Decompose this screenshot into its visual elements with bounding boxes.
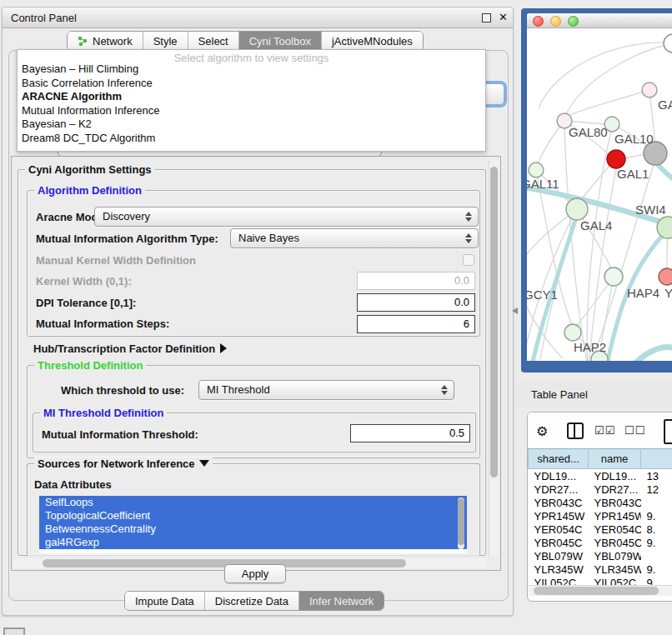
minimize-traffic-icon[interactable] bbox=[550, 16, 561, 27]
sources-title: Sources for Network Inference bbox=[38, 458, 195, 470]
tab-discretize-data[interactable]: Discretize Data bbox=[205, 592, 299, 610]
node-attribute-table[interactable]: shared...nameA YDL19...YDL19...13YDR27..… bbox=[528, 448, 672, 589]
tab-cyni-toolbox[interactable]: Cyni Toolbox bbox=[239, 32, 322, 51]
table-header-row[interactable]: shared...nameA bbox=[529, 449, 672, 469]
tab-select[interactable]: Select bbox=[188, 32, 239, 51]
pane-divider-arrow[interactable] bbox=[512, 308, 518, 314]
column-header[interactable]: A bbox=[641, 449, 672, 469]
apply-button[interactable]: Apply bbox=[224, 564, 286, 583]
which-threshold-select[interactable]: MI Threshold bbox=[198, 380, 454, 400]
settings-vertical-scrollbar[interactable] bbox=[489, 160, 499, 557]
network-node[interactable] bbox=[642, 82, 657, 98]
table-row[interactable]: YBR045CYBR045C9. bbox=[529, 536, 672, 549]
dropdown-option[interactable]: Bayesian – Hill Climbing bbox=[22, 62, 138, 75]
table-row[interactable]: YER054CYER054C8. bbox=[529, 522, 672, 536]
network-node[interactable] bbox=[529, 162, 544, 178]
node-label: GCY1 bbox=[527, 288, 558, 302]
threshold-definition-group: Threshold Definition Which threshold to … bbox=[27, 365, 480, 458]
column-header[interactable]: name bbox=[589, 449, 641, 469]
table-row[interactable]: YLR345WYLR345W9. bbox=[529, 562, 672, 576]
data-attributes-label: Data Attributes bbox=[34, 478, 112, 491]
algorithm-dropdown-list: Select algorithm to view settings Bayesi… bbox=[17, 49, 486, 152]
table-row[interactable]: YPR145WYPR145W9. bbox=[529, 509, 672, 522]
selected-value: Discovery bbox=[103, 210, 150, 222]
table-horizontal-scrollbar[interactable] bbox=[529, 585, 672, 596]
tab-label: jActiveMNodules bbox=[332, 35, 413, 48]
dropdown-option[interactable]: ARACNE Algorithm bbox=[22, 90, 122, 102]
table-cell: YDL19... bbox=[589, 469, 641, 483]
tab-network[interactable]: Network bbox=[68, 32, 143, 51]
group-title: MI Threshold Definition bbox=[40, 407, 167, 419]
aracne-mode-select[interactable]: Discovery bbox=[94, 207, 479, 227]
gear-icon[interactable]: ⚙ bbox=[536, 423, 548, 439]
mi-threshold-input[interactable]: 0.5 bbox=[350, 424, 470, 442]
table-cell: YDR27... bbox=[589, 482, 641, 496]
tab-style[interactable]: Style bbox=[143, 32, 188, 51]
algorithm-definition-group: Algorithm Definition Aracne Mode: Discov… bbox=[27, 190, 480, 337]
network-node[interactable] bbox=[664, 34, 672, 52]
float-window-icon[interactable] bbox=[482, 13, 491, 22]
columns-icon[interactable] bbox=[567, 422, 584, 439]
kernel-width-input[interactable]: 0.0 bbox=[357, 272, 475, 290]
collapsed-panel-icon[interactable] bbox=[3, 628, 25, 635]
manual-kernel-checkbox[interactable] bbox=[463, 254, 474, 266]
dropdown-option[interactable]: Mutual Information Inference bbox=[22, 104, 159, 117]
tab-jactivemnodules[interactable]: jActiveMNodules bbox=[322, 32, 423, 51]
tab-impute-data[interactable]: Impute Data bbox=[125, 592, 205, 610]
stepper-icon bbox=[465, 232, 472, 244]
dpi-tolerance-input[interactable]: 0.0 bbox=[357, 293, 475, 312]
close-traffic-icon[interactable] bbox=[533, 16, 544, 27]
hub-section-toggle[interactable]: Hub/Transcription Factor Definition bbox=[33, 342, 227, 355]
column-header[interactable]: shared... bbox=[529, 449, 589, 469]
table-cell: 13 bbox=[641, 469, 672, 483]
data-attributes-list[interactable]: SelfLoopsTopologicalCoefficientBetweenne… bbox=[39, 496, 467, 553]
network-node[interactable] bbox=[564, 324, 581, 341]
table-cell: YBR043C bbox=[529, 496, 589, 509]
table-cell: YBR045C bbox=[589, 536, 641, 549]
table-cell: 12 bbox=[641, 482, 672, 496]
network-node[interactable] bbox=[659, 268, 672, 285]
dropdown-option[interactable]: Bayesian – K2 bbox=[22, 118, 92, 130]
selected-value: MI Threshold bbox=[207, 383, 270, 396]
list-item[interactable]: BetweennessCentrality bbox=[39, 522, 467, 536]
tab-label: Discretize Data bbox=[215, 595, 288, 608]
table-row[interactable]: YDR27...YDR27...12 bbox=[529, 482, 672, 496]
network-canvas[interactable]: GALGAL80GAL10GAL1GAL11GAL4SWI4GCY1HAP4YH… bbox=[527, 28, 672, 361]
list-scrollbar[interactable] bbox=[458, 498, 464, 549]
mi-steps-input[interactable]: 6 bbox=[357, 315, 475, 333]
network-node[interactable] bbox=[604, 268, 623, 286]
table-row[interactable]: YBL079WYBL079W bbox=[529, 549, 672, 562]
table-row[interactable]: YDL19...YDL19...13 bbox=[529, 469, 672, 483]
mi-algorithm-type-select[interactable]: Naive Bayes bbox=[230, 228, 479, 248]
tab-infer-network[interactable]: Infer Network bbox=[299, 592, 384, 610]
table-cell: 8. bbox=[641, 522, 672, 536]
network-node[interactable] bbox=[566, 198, 588, 220]
sources-toggle[interactable]: Sources for Network Inference bbox=[34, 458, 213, 470]
mi-type-label: Mutual Information Algorithm Type: bbox=[36, 232, 218, 245]
table-panel-title: Table Panel bbox=[531, 388, 588, 401]
network-node[interactable] bbox=[607, 150, 625, 168]
list-item[interactable]: SelfLoops bbox=[39, 496, 467, 509]
node-label: GAL1 bbox=[617, 167, 649, 181]
list-item[interactable]: gal4RGexp bbox=[39, 536, 467, 549]
network-view-window: GALGAL80GAL10GAL1GAL11GAL4SWI4GCY1HAP4YH… bbox=[521, 8, 672, 372]
stepper-icon bbox=[465, 211, 472, 222]
settings-scrollpane: Cyni Algorithm Settings Algorithm Defini… bbox=[11, 156, 501, 571]
deselect-all-columns-icon[interactable]: ☐☐ bbox=[624, 424, 645, 437]
tab-label: Infer Network bbox=[309, 595, 374, 608]
network-window-titlebar bbox=[527, 13, 672, 28]
table-cell: YER054C bbox=[529, 522, 589, 536]
table-cell bbox=[641, 549, 672, 562]
node-label: GAL4 bbox=[580, 218, 612, 232]
close-icon[interactable]: ✕ bbox=[499, 11, 508, 23]
dropdown-option[interactable]: Basic Correlation Inference bbox=[22, 77, 153, 89]
group-title: Cyni Algorithm Settings bbox=[25, 163, 155, 176]
table-cell: YBL079W bbox=[589, 549, 641, 562]
table-cell: YBR043C bbox=[589, 496, 641, 509]
select-all-columns-icon[interactable]: ☑☑ bbox=[594, 424, 615, 437]
dropdown-option[interactable]: Dream8 DC_TDC Algorithm bbox=[22, 132, 155, 144]
list-item[interactable]: TopologicalCoefficient bbox=[39, 509, 467, 522]
document-icon[interactable] bbox=[664, 419, 672, 444]
zoom-traffic-icon[interactable] bbox=[568, 16, 579, 27]
table-row[interactable]: YBR043CYBR043C bbox=[529, 496, 672, 509]
